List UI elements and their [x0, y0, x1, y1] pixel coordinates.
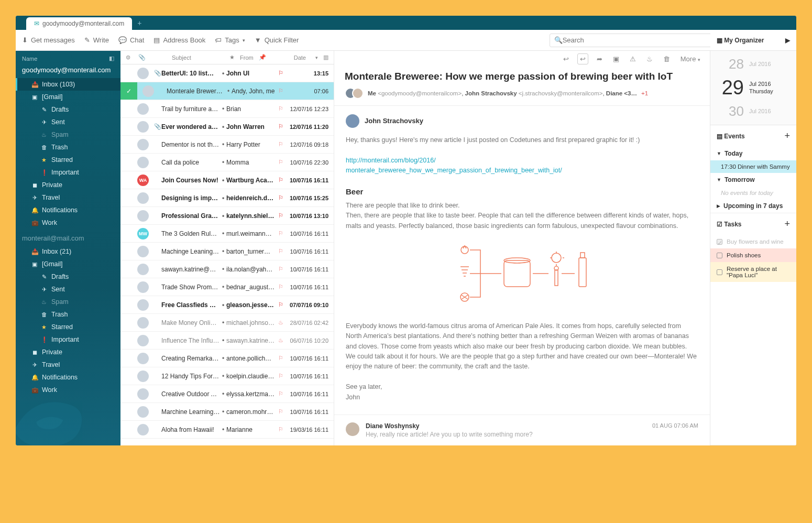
thread-icon[interactable]: ⊜ — [126, 54, 133, 61]
message-list[interactable]: 📎BetterUI: 10 list…•John UI⚐13:15✓Monter… — [120, 64, 334, 445]
article-link[interactable]: http://monterail.com/blog/2016/ monteral… — [346, 157, 562, 174]
quick-filter-button[interactable]: ▼Quick Filter — [255, 36, 299, 44]
folder-label: Spam — [51, 298, 69, 306]
reply-icon[interactable]: ↩ — [561, 54, 571, 64]
message-row[interactable]: Creating Remarkable Po…•antone.pollich@y… — [120, 350, 334, 367]
collapse-icon[interactable]: ◧ — [109, 55, 114, 62]
junk-icon[interactable]: ⚠ — [628, 54, 638, 64]
task-item[interactable]: ✓Buy flowers and wine — [710, 235, 796, 248]
reply-all-icon[interactable]: ↩ — [577, 53, 588, 64]
account-email[interactable]: goodymoody@monterail.com — [16, 62, 120, 78]
folder-item[interactable]: ★Starred — [16, 154, 120, 166]
calendar-day[interactable]: 28Jul 2016 — [710, 54, 796, 74]
tags-button[interactable]: 🏷Tags▾ — [215, 36, 245, 44]
calendar-day[interactable]: 29Jul 2016Thursday — [710, 74, 796, 101]
col-from[interactable]: From — [240, 55, 254, 61]
mini-calendar[interactable]: 28Jul 201629Jul 2016Thursday30Jul 2016 — [710, 51, 796, 125]
folder-item[interactable]: 🔔Notifications — [16, 204, 120, 216]
more-recipients[interactable]: +1 — [641, 90, 648, 96]
message-body[interactable]: John Strachovsky Hey, thanks guys! Here'… — [334, 106, 710, 415]
folder-item[interactable]: 📥Inbox (103) — [16, 78, 120, 91]
calendar-day[interactable]: 30Jul 2016 — [710, 101, 796, 122]
folder-item[interactable]: ◼Private — [16, 346, 120, 358]
folder-item[interactable]: ♨Spam — [16, 296, 120, 308]
folder-item[interactable]: 💼Work — [16, 216, 120, 229]
message-row[interactable]: Trail by furniture as…•Brian⚐12/07/16 12… — [120, 100, 334, 118]
book-icon: ▤ — [153, 36, 160, 44]
folder-item[interactable]: ♨Spam — [16, 128, 120, 141]
task-item[interactable]: Reserve a place at "Papa Luci" — [710, 262, 796, 282]
message-row[interactable]: MWThe 3 Golden Rules Proff…•murl.weimann… — [120, 225, 334, 243]
folder-item[interactable]: ✎Drafts — [16, 103, 120, 116]
col-subject[interactable]: Subject — [172, 55, 224, 61]
organizer-panel: ▦ My Organizer ▶ 28Jul 201629Jul 2016Thu… — [710, 51, 796, 445]
folder-item[interactable]: ◼Private — [16, 179, 120, 191]
account-tab[interactable]: ✉ goodymoody@monterail.com — [26, 17, 132, 30]
expand-icon[interactable]: ▶ — [785, 37, 790, 44]
account-email[interactable]: monterail@mail.com — [16, 229, 120, 245]
folder-item[interactable]: 🗑Trash — [16, 141, 120, 154]
message-row[interactable]: ✓Monterale Breweree: H…•Andy, John, me⚐0… — [120, 82, 334, 100]
more-button[interactable]: More ▾ — [678, 54, 703, 64]
flag-icon: ⚐ — [278, 390, 286, 397]
message-row[interactable]: Make Money Online Thr…•michael.johnsonn@… — [120, 314, 334, 332]
col-date[interactable]: Date — [269, 55, 306, 61]
new-tab-button[interactable]: + — [132, 16, 147, 30]
event-group[interactable]: ▼Tomorrow — [710, 173, 796, 187]
message-row[interactable]: 12 Handy Tips For Gener…•koelpin.claudie… — [120, 367, 334, 385]
folder-item[interactable]: ★Starred — [16, 321, 120, 333]
checkbox-icon[interactable] — [717, 269, 722, 275]
message-row[interactable]: Designing is important•heidenreich.din@y… — [120, 189, 334, 207]
message-row[interactable]: Marchine Learning is …•cameron.mohr@aria… — [120, 403, 334, 421]
add-event-button[interactable]: + — [784, 130, 790, 141]
message-row[interactable]: Trade Show Promotions•bednar_august@hend… — [120, 278, 334, 296]
archive-icon[interactable]: ▣ — [611, 54, 621, 64]
event-item[interactable]: No events for today — [710, 187, 796, 199]
add-task-button[interactable]: + — [784, 219, 790, 230]
event-item[interactable]: 17:30 Dinner with Sammy — [710, 160, 796, 173]
message-row[interactable]: Dementor is not that bad•Harry Potter⚐12… — [120, 136, 334, 154]
message-row[interactable]: Influence The Influence…•sawayn.katrine@… — [120, 332, 334, 350]
message-subject: Trail by furniture as… — [161, 105, 220, 113]
folder-item[interactable]: ✈Sent — [16, 116, 120, 128]
folder-item[interactable]: ✈Travel — [16, 191, 120, 204]
message-row[interactable]: WAJoin Courses Now!•Wartburg Academy⚐10/… — [120, 171, 334, 189]
folder-icon: ♨ — [41, 299, 47, 306]
checkbox-icon[interactable]: ✓ — [717, 239, 722, 245]
folder-item[interactable]: ❗Important — [16, 333, 120, 346]
message-row[interactable]: Free Classfieds Using Th…•gleason.jesse@… — [120, 296, 334, 314]
chat-button[interactable]: 💬Chat — [118, 36, 144, 44]
folder-item[interactable]: ✈Sent — [16, 283, 120, 296]
folder-item[interactable]: ❗Important — [16, 166, 120, 179]
columns-icon[interactable]: ▥ — [323, 54, 328, 61]
chevron-down-icon[interactable]: ▾ — [315, 55, 318, 60]
pin-header-icon[interactable]: 📌 — [259, 54, 264, 61]
event-group[interactable]: ▼Today — [710, 147, 796, 160]
folder-item[interactable]: 🗑Trash — [16, 308, 120, 321]
flame-icon[interactable]: ♨ — [644, 54, 655, 64]
write-button[interactable]: ✎Write — [84, 36, 109, 44]
message-row[interactable]: Aloha from Hawaii!•Marianne⚐19/03/16 16:… — [120, 421, 334, 439]
message-row[interactable]: 📎Ever wondered abou…•John Warren⚐12/07/1… — [120, 118, 334, 136]
get-messages-button[interactable]: ⬇Get messages — [22, 36, 75, 44]
message-row[interactable]: sawayn.katrine@manley…•ila.nolan@yahoo.c… — [120, 260, 334, 278]
forward-icon[interactable]: ➦ — [595, 54, 605, 64]
attachment-header-icon[interactable]: 📎 — [138, 54, 146, 61]
folder-item[interactable]: ✎Drafts — [16, 270, 120, 283]
task-item[interactable]: Polish shoes — [710, 248, 796, 262]
message-row[interactable]: Call da police•Momma⚐10/07/16 22:30 — [120, 154, 334, 171]
message-row[interactable]: 📎BetterUI: 10 list…•John UI⚐13:15 — [120, 64, 334, 82]
folder-item[interactable]: ▣[Gmail] — [16, 91, 120, 103]
address-book-button[interactable]: ▤Address Book — [153, 36, 205, 44]
message-row[interactable]: Creative Outdoor Ads•elyssa.kertzmann@ya… — [120, 385, 334, 403]
event-group[interactable]: ▶Upcoming in 7 days — [710, 199, 796, 213]
flag-icon: ⚐ — [278, 141, 286, 148]
delete-icon[interactable]: 🗑 — [661, 54, 672, 64]
checkbox-icon[interactable] — [717, 253, 722, 258]
folder-item[interactable]: ▣[Gmail] — [16, 258, 120, 270]
folder-item[interactable]: 📥Inbox (21) — [16, 245, 120, 258]
star-header-icon[interactable]: ★ — [229, 54, 235, 61]
message-row[interactable]: Machinge Leaning is …•barton_turner@effe… — [120, 243, 334, 260]
message-row[interactable]: Professional Graphic De…•katelynn.shield… — [120, 207, 334, 225]
folder-item[interactable]: ✈Travel — [16, 358, 120, 371]
